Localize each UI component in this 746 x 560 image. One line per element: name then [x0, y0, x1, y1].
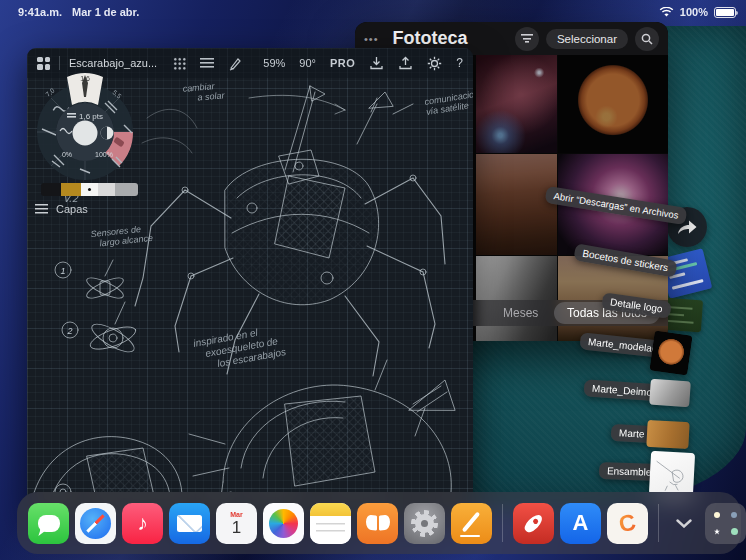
layers-panel-icon[interactable]: [200, 58, 214, 69]
dock: ♪ Mar 1 A C: [17, 492, 741, 554]
wifi-icon: [659, 7, 674, 18]
tab-meses[interactable]: Meses: [503, 306, 538, 320]
dock-app-notes[interactable]: [310, 503, 351, 544]
pro-badge[interactable]: PRO: [330, 57, 355, 69]
chevron-down-icon: [676, 519, 692, 528]
swatch-white-selected[interactable]: [81, 183, 98, 196]
rotation-angle[interactable]: 90°: [299, 57, 316, 69]
sensor-number-1: 1: [60, 266, 65, 276]
settings-gear-icon[interactable]: [427, 56, 442, 71]
messages-icon: [38, 515, 60, 532]
layers-button[interactable]: Capas: [35, 203, 88, 215]
dock-app-mail[interactable]: [169, 503, 210, 544]
export-share-icon[interactable]: [398, 56, 413, 70]
c-swirl-icon: C: [617, 508, 639, 538]
select-button[interactable]: Seleccionar: [546, 29, 628, 49]
ipad-screen: 9:41a.m. Mar 1 de abr. 100%: [0, 0, 746, 560]
dock-divider: [502, 504, 503, 542]
opacity-max: 100%: [95, 151, 113, 158]
pen-mode-icon[interactable]: [228, 56, 243, 71]
photos-flower-icon: [269, 509, 298, 538]
status-bar: 9:41a.m. Mar 1 de abr. 100%: [0, 0, 746, 24]
page-title: Fototeca: [393, 28, 508, 49]
sensor-number-2: 2: [66, 326, 72, 336]
filter-icon: [521, 34, 533, 43]
settings-gear-icon: [411, 510, 438, 537]
safari-icon: [80, 508, 111, 539]
mail-icon: [177, 515, 202, 532]
drag-thumb-ensamble[interactable]: [649, 451, 695, 497]
dock-app-calendar[interactable]: Mar 1: [216, 503, 257, 544]
annotation-solar: cambiar a solar: [182, 80, 225, 103]
dock-app-concepts[interactable]: [451, 503, 492, 544]
layers-label: Capas: [56, 203, 88, 215]
pen-icon: [462, 511, 480, 532]
battery-icon: [714, 7, 736, 18]
dock-app-photos[interactable]: [263, 503, 304, 544]
battery-percent: 100%: [680, 6, 708, 18]
swatch-lightgray[interactable]: [98, 183, 115, 196]
zoom-level[interactable]: 59%: [263, 57, 285, 69]
search-icon: [641, 33, 653, 45]
layers-icon: [35, 204, 48, 214]
search-button[interactable]: [635, 27, 659, 51]
drag-thumb-deimos[interactable]: [649, 379, 691, 408]
filter-button[interactable]: [515, 27, 539, 51]
import-icon[interactable]: [369, 56, 384, 70]
calendar-day: 1: [232, 519, 241, 536]
drag-thumb-mars[interactable]: [649, 331, 692, 376]
stroke-size-label: 1,6 pts: [79, 112, 103, 121]
color-palette-bar: [41, 183, 138, 196]
dock-app-settings[interactable]: [404, 503, 445, 544]
concepts-window: 1 2 cambia: [27, 48, 473, 518]
active-tool-size: 1,6: [80, 75, 90, 82]
help-button[interactable]: ?: [456, 56, 463, 70]
dock-app-rocket[interactable]: [513, 503, 554, 544]
dock-app-messages[interactable]: [28, 503, 69, 544]
opacity-min: 0%: [62, 151, 72, 158]
date: Mar 1 de abr.: [72, 6, 139, 18]
dock-divider: [658, 504, 659, 542]
notes-icon: [310, 503, 351, 516]
dock-app-appstore[interactable]: A: [560, 503, 601, 544]
window-controls-button[interactable]: •••: [364, 33, 379, 45]
dock-recent-apps-folder[interactable]: [705, 503, 746, 544]
rocket-icon: [522, 512, 545, 535]
clock: 9:41a.m.: [18, 6, 62, 18]
tool-wheel[interactable]: 1,6 7,0 5,5 6,0 1,6: [27, 67, 150, 201]
appstore-a-icon: A: [573, 510, 589, 536]
drag-thumb-marte[interactable]: [646, 420, 689, 449]
swatch-black[interactable]: [41, 183, 61, 196]
books-icon: [366, 515, 390, 531]
ensamble-sketch-icon: [649, 451, 695, 497]
dock-app-safari[interactable]: [75, 503, 116, 544]
dock-collapse-button[interactable]: [669, 503, 699, 544]
dock-app-books[interactable]: [357, 503, 398, 544]
dock-app-paint-c[interactable]: C: [607, 503, 648, 544]
music-note-icon: ♪: [137, 511, 148, 535]
swatch-gray[interactable]: [115, 183, 138, 196]
dock-app-music[interactable]: ♪: [122, 503, 163, 544]
swatch-gold[interactable]: [61, 183, 81, 196]
grid-settings-icon[interactable]: [173, 57, 186, 70]
